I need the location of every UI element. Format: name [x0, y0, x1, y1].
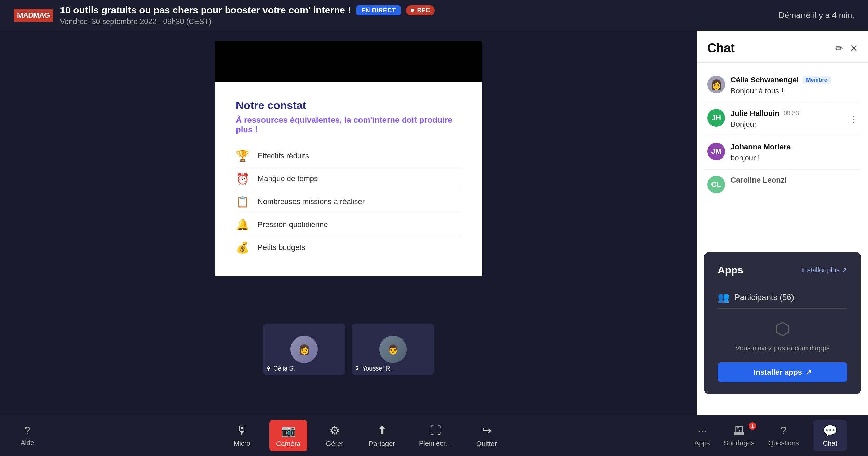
- item-icon: 💰: [236, 241, 249, 254]
- list-item: ⏰ Manque de temps: [236, 167, 461, 190]
- camera-button[interactable]: 📷 Caméra: [269, 420, 307, 451]
- message-content-2: Julie Hallouin 09:33 Bonjour: [731, 109, 858, 130]
- manage-button[interactable]: ⚙ Gérer: [317, 420, 352, 451]
- micro-label: Micro: [234, 440, 250, 447]
- chat-title: Chat: [707, 41, 735, 55]
- person-icon: 🎙: [266, 366, 271, 372]
- apps-label: Apps: [694, 439, 710, 447]
- fullscreen-icon: ⛶: [430, 424, 442, 437]
- bottom-right-controls: ··· Apps 🗳 1 Sondages ? Questions 💬 Chat: [694, 420, 847, 451]
- item-label: Effectifs réduits: [258, 151, 309, 160]
- install-plus-link[interactable]: Installer plus ↗: [801, 266, 847, 274]
- thumb-name-celia: 🎙 Célia S.: [266, 365, 295, 372]
- sender-name-1: Célia Schwanengel: [731, 76, 799, 84]
- thumb-label: Youssef R.: [362, 365, 392, 372]
- title-row: 10 outils gratuits ou pas chers pour boo…: [60, 5, 435, 16]
- message-content-1: Célia Schwanengel Membre Bonjour à tous …: [731, 76, 858, 96]
- avatar-youssef: 👨: [379, 336, 407, 363]
- participant-thumb-2: 👨 🎙 Youssef R.: [352, 324, 434, 375]
- questions-icon: ?: [780, 424, 787, 437]
- thumbnails-row: 👩 🎙 Célia S. 👨 🎙 Youssef R.: [263, 324, 434, 375]
- message-text-1: Bonjour à tous !: [731, 86, 858, 96]
- item-label: Petits budgets: [258, 243, 305, 252]
- thumb-name-youssef: 🎙 Youssef R.: [355, 365, 392, 372]
- logo: MADMAG: [14, 9, 53, 22]
- manage-label: Gérer: [326, 440, 343, 448]
- close-button[interactable]: ✕: [850, 43, 858, 54]
- fullscreen-button[interactable]: ⛶ Plein écr…: [412, 420, 459, 451]
- item-icon: 📋: [236, 195, 249, 208]
- message-header-4: Caroline Leonzi: [731, 176, 858, 185]
- fullscreen-label: Plein écr…: [419, 440, 452, 447]
- leave-button[interactable]: ↪ Quitter: [470, 420, 504, 451]
- avatar-johanna: JM: [707, 143, 725, 160]
- item-label: Nombreuses missions à réaliser: [258, 197, 365, 206]
- live-badge: EN DIRECT: [356, 5, 401, 15]
- webinar-date: Vendredi 30 septembre 2022 - 09h30 (CEST…: [60, 17, 435, 26]
- sender-name-4: Caroline Leonzi: [731, 176, 787, 185]
- person-icon: 🎙: [355, 366, 360, 372]
- message-content-3: Johanna Moriere bonjour !: [731, 143, 858, 163]
- apps-popup-title: Apps: [718, 264, 743, 276]
- apps-popup-header: Apps Installer plus ↗: [718, 264, 847, 276]
- polls-badge: 1: [749, 422, 756, 430]
- install-apps-label: Installer apps: [754, 368, 802, 377]
- leave-label: Quitter: [476, 440, 497, 448]
- help-label: Aide: [21, 439, 34, 447]
- message-header-2: Julie Hallouin 09:33: [731, 109, 858, 118]
- bottom-center-controls: 🎙 Micro 📷 Caméra ⚙ Gérer ⬆ Partager ⛶ Pl…: [225, 420, 504, 451]
- polls-icon: 🗳: [733, 424, 745, 437]
- chat-message-3: JM Johanna Moriere bonjour !: [704, 136, 861, 170]
- main-content: Notre constat À ressources équivalentes,…: [0, 31, 868, 415]
- member-badge: Membre: [803, 76, 830, 84]
- rec-badge: REC: [406, 5, 435, 15]
- polls-tab-button[interactable]: 🗳 1 Sondages: [724, 424, 755, 447]
- polls-label: Sondages: [724, 439, 755, 447]
- chat-message-1: 👩 Célia Schwanengel Membre Bonjour à tou…: [704, 69, 861, 103]
- chat-message-4: CL Caroline Leonzi: [704, 170, 861, 200]
- empty-label: Vous n'avez pas encore d'apps: [735, 344, 830, 352]
- item-label: Pression quotidienne: [258, 220, 328, 229]
- top-bar: MADMAG 10 outils gratuits ou pas chers p…: [0, 0, 868, 31]
- external-link-icon: ↗: [805, 368, 812, 377]
- list-item: 💰 Petits budgets: [236, 236, 461, 259]
- participant-thumb-1: 👩 🎙 Célia S.: [263, 324, 345, 375]
- share-button[interactable]: ⬆ Partager: [362, 420, 402, 451]
- sender-name-3: Johanna Moriere: [731, 143, 791, 151]
- slide-subtitle: À ressources équivalentes, la com'intern…: [236, 115, 461, 134]
- participants-label: Participants (56): [734, 293, 794, 302]
- avatar-celia-schwanengel: 👩: [707, 76, 725, 93]
- message-header-3: Johanna Moriere: [731, 143, 858, 151]
- thumb-label: Célia S.: [273, 365, 295, 372]
- chat-label: Chat: [823, 440, 837, 447]
- share-label: Partager: [369, 440, 395, 448]
- video-black-top: [215, 41, 482, 82]
- participants-count[interactable]: 👥 Participants (56): [718, 286, 847, 309]
- chat-panel: Chat ✏ ✕ 👩 Célia Schwanengel Membre Bonj…: [697, 31, 868, 415]
- chat-header: Chat ✏ ✕: [697, 31, 868, 63]
- questions-tab-button[interactable]: ? Questions: [768, 424, 799, 447]
- title-group: 10 outils gratuits ou pas chers pour boo…: [60, 5, 435, 26]
- video-black-bottom: [215, 276, 482, 317]
- participants-icon: 👥: [718, 292, 730, 303]
- item-icon: 🏆: [236, 149, 249, 162]
- camera-label: Caméra: [276, 440, 300, 448]
- help-button[interactable]: ? Aide: [21, 424, 34, 447]
- apps-empty-state: ⬡ Vous n'avez pas encore d'apps: [718, 319, 847, 352]
- apps-tab-button[interactable]: ··· Apps: [694, 424, 710, 447]
- avatar-julie: JH: [707, 109, 725, 127]
- chat-tab-button[interactable]: 💬 Chat: [813, 420, 847, 451]
- apps-popup: Apps Installer plus ↗ 👥 Participants (56…: [704, 252, 861, 394]
- list-item: 📋 Nombreuses missions à réaliser: [236, 190, 461, 213]
- presentation-wrapper: Notre constat À ressources équivalentes,…: [215, 41, 482, 317]
- more-options-icon[interactable]: ⋮: [850, 115, 858, 124]
- item-icon: 🔔: [236, 218, 249, 231]
- install-apps-button[interactable]: Installer apps ↗: [718, 362, 847, 382]
- empty-box-icon: ⬡: [775, 319, 790, 339]
- video-area: Notre constat À ressources équivalentes,…: [0, 31, 697, 415]
- bottom-bar: ? Aide 🎙 Micro 📷 Caméra ⚙ Gérer ⬆ Partag…: [0, 415, 868, 456]
- list-item: 🔔 Pression quotidienne: [236, 213, 461, 236]
- micro-button[interactable]: 🎙 Micro: [225, 420, 259, 451]
- edit-button[interactable]: ✏: [835, 43, 843, 54]
- item-icon: ⏰: [236, 172, 249, 185]
